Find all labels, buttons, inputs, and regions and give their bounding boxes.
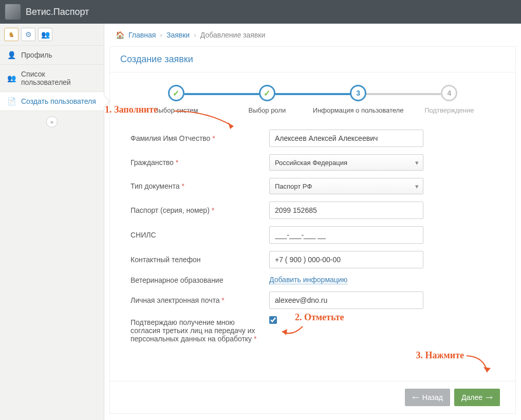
back-button[interactable]: 🡐 Назад: [405, 389, 450, 406]
main: 🏠 Главная › Заявки › Добавление заявки С…: [104, 24, 521, 420]
toolbar-icon-3[interactable]: 👥: [38, 28, 52, 41]
snils-label: СНИЛС: [131, 231, 269, 239]
home-icon: 🏠: [116, 31, 124, 39]
snils-input[interactable]: [269, 226, 423, 244]
users-icon: 👥: [7, 74, 16, 82]
app-title: Ветис.Паспорт: [26, 7, 89, 17]
chevron-right-icon: ›: [160, 31, 162, 39]
file-icon: 📄: [7, 97, 16, 105]
citizenship-label: Гражданство *: [131, 158, 269, 167]
doctype-select[interactable]: Паспорт РФ: [269, 178, 423, 194]
sidebar-item-profile[interactable]: 👤 Профиль: [0, 46, 104, 65]
step-3[interactable]: 3 Информация о пользователе: [313, 85, 404, 114]
chevron-right-icon: ›: [194, 31, 196, 39]
consent-label: Подтверждаю получение мною согласия трет…: [131, 316, 269, 343]
sidebar-item-create-user[interactable]: 📄 Создать пользователя: [0, 92, 104, 111]
sidebar: ♞ ⚙ 👥 👤 Профиль 👥 Список пользователей 📄…: [0, 24, 104, 420]
arrow-left-icon: 🡐: [412, 393, 419, 401]
collapse-sidebar-button[interactable]: «: [46, 116, 58, 127]
passport-input[interactable]: [269, 202, 423, 219]
fio-input[interactable]: [269, 130, 423, 147]
citizenship-select[interactable]: Российская Федерация: [269, 154, 423, 171]
svg-marker-2: [483, 367, 491, 372]
svg-marker-1: [282, 329, 287, 335]
education-label: Ветеринарное образование: [131, 276, 269, 284]
doctype-label: Тип документа *: [131, 182, 269, 190]
annotation-3: 3. Нажмите: [416, 350, 464, 361]
breadcrumb-requests[interactable]: Заявки: [166, 31, 190, 39]
logo-icon: [5, 4, 21, 20]
sidebar-item-users-list[interactable]: 👥 Список пользователей: [0, 65, 104, 92]
phone-input[interactable]: [269, 251, 423, 268]
sidebar-item-label: Создать пользователя: [21, 97, 96, 105]
passport-label: Паспорт (серия, номер) *: [131, 206, 269, 214]
step-4[interactable]: 4 Подтверждение: [404, 85, 495, 114]
next-button[interactable]: Далее 🡒: [454, 389, 500, 406]
sidebar-item-label: Профиль: [21, 51, 52, 59]
user-icon: 👤: [7, 51, 16, 59]
sidebar-item-label: Список пользователей: [21, 70, 97, 86]
panel-title: Создание заявки: [110, 47, 515, 72]
consent-checkbox[interactable]: [269, 316, 277, 324]
breadcrumb: 🏠 Главная › Заявки › Добавление заявки: [104, 24, 521, 46]
toolbar-icon-2[interactable]: ⚙: [21, 28, 35, 41]
breadcrumb-current: Добавление заявки: [200, 31, 265, 39]
breadcrumb-home[interactable]: Главная: [128, 31, 156, 39]
fio-label: Фамилия Имя Отчество *: [131, 134, 269, 142]
annotation-1: 1. Заполните: [105, 104, 158, 115]
arrow-right-icon: 🡒: [486, 393, 493, 401]
topbar: Ветис.Паспорт: [0, 0, 521, 24]
email-label: Личная электронная почта *: [131, 296, 269, 304]
add-education-link[interactable]: Добавить информацию: [269, 276, 347, 284]
annotation-2: 2. Отметьте: [295, 312, 344, 323]
email-input[interactable]: [269, 291, 423, 309]
toolbar-icon-1[interactable]: ♞: [4, 28, 18, 41]
phone-label: Контактный телефон: [131, 255, 269, 264]
